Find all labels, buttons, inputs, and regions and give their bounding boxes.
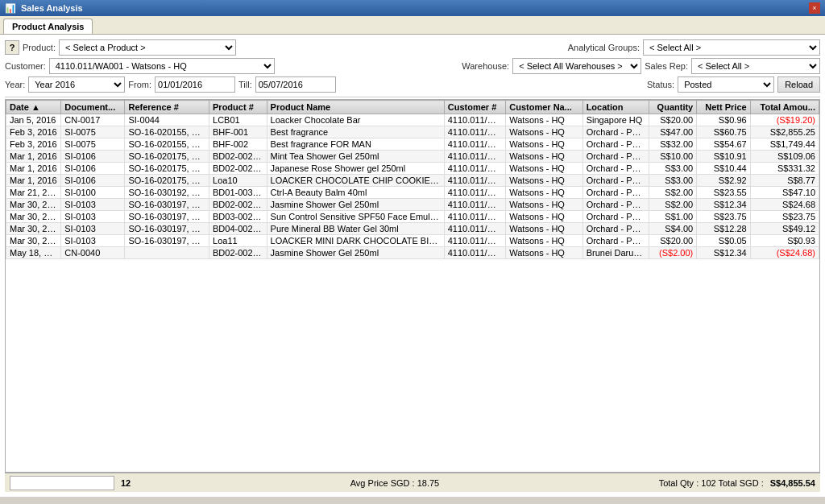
cell-reference: SO-16-030197, SO-16-030196	[125, 211, 209, 223]
cell-quantity: S$1.00	[649, 211, 697, 223]
cell-customerName: Watsons - HQ	[506, 163, 582, 175]
cell-nettPrice: S$2.92	[697, 175, 750, 187]
sales-rep-select[interactable]: < Select All >	[691, 58, 820, 74]
cell-productName: LOACKER MINI DARK CHOCOLATE BITES 10 X 2…	[267, 235, 444, 247]
cell-customerNum: 4110.011/WA...	[444, 175, 506, 187]
cell-quantity: S$32.00	[649, 138, 697, 151]
cell-productNum: BD04-0025...	[209, 223, 267, 235]
cell-productNum: BD01-0031...	[209, 187, 267, 199]
filter-row-3: Year: Year 2016 From: Till: Status: Post…	[5, 76, 820, 93]
close-button[interactable]: ×	[809, 2, 820, 14]
cell-quantity: (S$2.00)	[649, 247, 697, 259]
cell-productNum: BHF-001	[209, 126, 267, 138]
cell-date: Mar 30, 2016	[6, 223, 61, 235]
filter-row-2: Customer: 4110.011/WA001 - Watsons - HQ …	[5, 58, 820, 74]
tab-bar: Product Analysis	[0, 16, 825, 35]
cell-customerNum: 4110.011/WA...	[444, 211, 506, 223]
cell-totalAmount: S$2,855.25	[750, 126, 819, 138]
cell-customerNum: 4110.011/WA...	[444, 138, 506, 151]
cell-reference	[125, 247, 209, 259]
cell-customerName: Watsons - HQ	[506, 126, 582, 138]
cell-date: May 18, 20...	[6, 247, 61, 259]
col-header-date: Date ▲	[6, 101, 61, 114]
cell-customerNum: 4110.011/WA...	[444, 187, 506, 199]
table-row[interactable]: Mar 30, 2016SI-0103SO-16-030197, SO-16-0…	[6, 235, 819, 247]
cell-quantity: S$3.00	[649, 175, 697, 187]
cell-customerNum: 4110.011/WA...	[444, 199, 506, 211]
table-row[interactable]: Mar 30, 2016SI-0103SO-16-030197, SO-16-0…	[6, 223, 819, 235]
cell-quantity: S$10.00	[649, 151, 697, 163]
cell-date: Mar 30, 2016	[6, 199, 61, 211]
cell-quantity: S$2.00	[649, 199, 697, 211]
cell-customerNum: 4110.011/WA...	[444, 235, 506, 247]
search-input[interactable]	[10, 476, 114, 490]
cell-productName: Jasmine Shower Gel 250ml	[267, 247, 444, 259]
cell-totalAmount: S$0.93	[750, 235, 819, 247]
cell-quantity: S$20.00	[649, 235, 697, 247]
table-row[interactable]: Feb 3, 2016SI-0075SO-16-020155, PO-01BHF…	[6, 138, 819, 151]
warehouse-select[interactable]: < Select All Warehouses >	[512, 58, 641, 74]
year-select[interactable]: Year 2016	[28, 76, 125, 93]
analytical-groups-label: Analytical Groups:	[568, 43, 640, 52]
col-header-customer-name: Customer Na...	[506, 101, 582, 114]
cell-document: SI-0103	[61, 211, 125, 223]
table-row[interactable]: Mar 30, 2016SI-0103SO-16-030197, SO-16-0…	[6, 199, 819, 211]
cell-nettPrice: S$60.75	[697, 126, 750, 138]
total-value: S$4,855.54	[770, 478, 815, 488]
help-button[interactable]: ?	[5, 40, 19, 55]
cell-location: Singapore HQ	[582, 114, 649, 126]
status-bar: 12 Avg Price SGD : 18.75 Total Qty : 102…	[5, 473, 820, 492]
cell-quantity: S$2.00	[649, 187, 697, 199]
table-row[interactable]: May 18, 20...CN-0040BD02-0021...Jasmine …	[6, 247, 819, 259]
from-input[interactable]	[155, 76, 235, 93]
cell-totalAmount: S$331.32	[750, 163, 819, 175]
app-icon: 📊	[5, 3, 16, 14]
table-row[interactable]: Mar 30, 2016SI-0103SO-16-030197, SO-16-0…	[6, 211, 819, 223]
warehouse-label: Warehouse:	[462, 61, 509, 71]
cell-productNum: Loa11	[209, 235, 267, 247]
cell-location: Orchard - Para...	[582, 126, 649, 138]
data-table: Date ▲ Document... Reference # Product #…	[6, 100, 819, 259]
product-select[interactable]: < Select a Product >	[59, 39, 236, 56]
cell-productName: LOACKER CHOCOLATE CHIP COOKIES 12 X 250G…	[267, 175, 444, 187]
till-input[interactable]	[255, 76, 336, 93]
total-qty-label: Total Qty : 102 Total SGD :	[659, 478, 764, 488]
cell-customerNum: 4110.011/WA...	[444, 223, 506, 235]
table-row[interactable]: Feb 3, 2016SI-0075SO-16-020155, PO-01BHF…	[6, 126, 819, 138]
col-header-document: Document...	[61, 101, 125, 114]
table-row[interactable]: Mar 1, 2016SI-0106SO-16-020175, PO-20160…	[6, 175, 819, 187]
cell-reference: SI-0044	[125, 114, 209, 126]
cell-quantity: S$47.00	[649, 126, 697, 138]
table-row[interactable]: Mar 1, 2016SI-0106SO-16-020175, PO-20160…	[6, 151, 819, 163]
cell-date: Mar 1, 2016	[6, 163, 61, 175]
cell-quantity: S$3.00	[649, 163, 697, 175]
table-container[interactable]: Date ▲ Document... Reference # Product #…	[5, 99, 820, 473]
analytical-groups-select[interactable]: < Select All >	[643, 39, 820, 56]
cell-totalAmount: S$109.06	[750, 151, 819, 163]
from-label: From:	[128, 80, 151, 89]
table-row[interactable]: Jan 5, 2016CN-0017SI-0044LCB01Loacker Ch…	[6, 114, 819, 126]
title-bar-text: Sales Analysis	[21, 3, 83, 13]
cell-customerName: Watsons - HQ	[506, 175, 582, 187]
reload-button[interactable]: Reload	[777, 76, 820, 93]
table-row[interactable]: Mar 1, 2016SI-0106SO-16-020175, PO-20160…	[6, 163, 819, 175]
customer-select[interactable]: 4110.011/WA001 - Watsons - HQ	[49, 58, 275, 74]
cell-customerNum: 4110.011/WA...	[444, 126, 506, 138]
status-select[interactable]: Posted	[678, 76, 774, 93]
tab-product-analysis[interactable]: Product Analysis	[3, 19, 93, 34]
cell-reference: SO-16-030197, SO-16-030196	[125, 235, 209, 247]
cell-document: SI-0100	[61, 187, 125, 199]
cell-nettPrice: S$23.75	[697, 211, 750, 223]
cell-nettPrice: S$10.91	[697, 151, 750, 163]
cell-productNum: BD02-0021...	[209, 247, 267, 259]
cell-reference: SO-16-020175, PO-2016021...	[125, 175, 209, 187]
cell-reference: SO-16-030192, SO-984352435	[125, 187, 209, 199]
col-header-product-name: Product Name	[267, 101, 444, 114]
cell-document: SI-0103	[61, 235, 125, 247]
cell-productNum: BD02-0021...	[209, 199, 267, 211]
cell-reference: SO-16-020175, PO-2016021...	[125, 163, 209, 175]
product-label: Product:	[23, 43, 56, 52]
col-header-product-num: Product #	[209, 101, 267, 114]
cell-document: SI-0103	[61, 199, 125, 211]
table-row[interactable]: Mar 21, 2016SI-0100SO-16-030192, SO-9843…	[6, 187, 819, 199]
